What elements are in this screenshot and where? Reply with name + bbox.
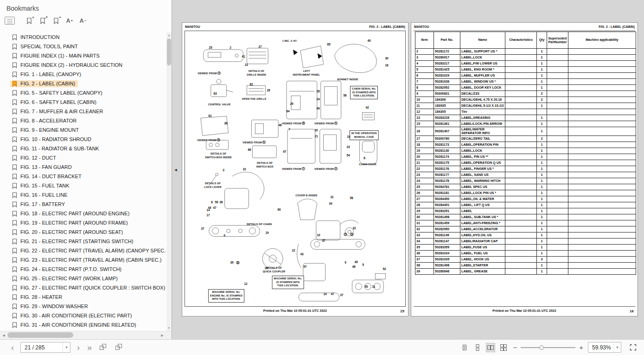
table-cell: 36 [415, 251, 434, 257]
chevron-down-icon[interactable]: ▾ [63, 342, 70, 352]
table-cell: 2 [537, 91, 547, 97]
chevron-down-icon[interactable]: ▾ [613, 342, 621, 352]
zoom-level-field[interactable]: 59.93% ▾ [588, 342, 621, 353]
table-row: 850282952LABEL, DOOR KEY LOCK1 [415, 85, 636, 91]
bookmark-item[interactable]: FIG. 23 - ELECTRIC PART (TRAVEL ALARM) (… [0, 255, 166, 265]
previous-page-button[interactable]: ‹ [7, 342, 18, 353]
zoom-level-value[interactable]: 59.93% [588, 344, 613, 351]
facing-view-icon[interactable] [486, 343, 495, 352]
bookmarks-horizontal-scrollbar[interactable]: ◀ ▶ [0, 331, 172, 339]
last-page-button[interactable]: » [83, 342, 96, 353]
font-increase-icon[interactable]: A+ [65, 16, 74, 26]
table-cell [505, 178, 537, 184]
bookmark-item[interactable]: INTRODUCTION [0, 32, 166, 42]
table-cell [568, 269, 636, 275]
bookmark-item[interactable]: FIG. 15 - FUEL TANK [0, 181, 166, 190]
duplicate-view-icon[interactable] [115, 344, 123, 351]
bookmark-item[interactable]: FIG. 18 - ELECTRIC PART (AROUND ENGINE) [0, 209, 166, 218]
table-cell: 184306 [434, 97, 460, 103]
bookmark-item[interactable]: FIG. 11 - RADIATOR & SUB-TANK [0, 144, 166, 153]
page-number-value[interactable]: 21 / 285 [21, 344, 63, 351]
table-row: 10184306DECAL/GEHL 4.75 X 20.162 [415, 97, 636, 103]
bookmark-label: FIG. 23 - ELECTRIC PART (TRAVEL ALARM) (… [20, 257, 161, 263]
bookmark-item[interactable]: FIG. 2 - LABEL (CABIN) [0, 79, 166, 88]
part-number-label: 62 [249, 83, 253, 86]
table-cell: 50283251 [434, 208, 460, 214]
add-bookmark-icon[interactable]: + [51, 16, 61, 26]
horizontal-scrollbar-thumb[interactable] [7, 332, 73, 338]
zoom-in-button[interactable]: + [576, 343, 586, 351]
scroll-up-icon[interactable]: ▲ [166, 32, 172, 38]
bookmark-item[interactable]: FIG. 22 - ELECTRIC PART (TRAVEL ALARM) (… [0, 246, 166, 255]
table-cell: 27 [415, 196, 434, 202]
table-cell: LABEL,OPERATION PIN [460, 142, 505, 148]
table-cell [505, 121, 537, 127]
bookmark-item[interactable]: FIG. 7 - MUFFLER & AIR CLEANER [0, 107, 166, 116]
table-cell: 50281425 [434, 67, 460, 73]
delete-bookmark-icon[interactable]: × [25, 16, 34, 26]
bookmark-item[interactable]: FIGURE INDEX (2) - HYDRAULIC SECTION [0, 60, 166, 70]
bookmark-item[interactable]: FIG. 6 - SAFETY LABEL (CABIN) [0, 97, 166, 107]
fullscreen-icon[interactable] [630, 344, 637, 351]
font-decrease-icon[interactable]: A− [78, 16, 88, 26]
table-cell: 50281029 [434, 73, 460, 79]
bookmark-item[interactable]: FIG. 5 - SAFETY LABEL (CANOPY) [0, 88, 166, 97]
bookmark-item[interactable]: FIG. 27 - ELECTRIC PART (QUICK COUPLER :… [0, 283, 166, 292]
bookmark-item[interactable]: FIG. 24 - ELECTRIC PART (P.T.O. SWITCH) [0, 265, 166, 274]
zoom-slider-track[interactable] [521, 347, 575, 348]
table-row: 2350281177LABEL, SAND US1 [415, 172, 636, 178]
bookmark-item[interactable]: FIG. 13 - FAN GUARD [0, 162, 166, 172]
bookmark-item[interactable]: FIG. 29 - WINDOW WASHER [0, 302, 166, 311]
bookmark-item[interactable]: FIG. 16 - FUEL LINE [0, 190, 166, 200]
bookmark-item[interactable]: FIG. 12 - DUCT [0, 153, 166, 162]
single-page-view-icon[interactable] [460, 343, 469, 352]
next-page-button[interactable]: › [73, 342, 83, 353]
bookmark-item[interactable]: FIG. 28 - HEATER [0, 292, 166, 302]
part-number-label: 56 [343, 94, 346, 97]
bookmark-item[interactable]: FIG. 10 - RADIATOR SHROUD [0, 135, 166, 144]
scroll-down-icon[interactable]: ▼ [166, 325, 172, 331]
bottom-toolbar: ‹ 21 / 285 ▾ › » − [0, 339, 644, 355]
page-number-field[interactable]: 21 / 285 ▾ [20, 342, 70, 353]
bookmarks-vertical-scrollbar[interactable]: ▲ ▼ [166, 32, 172, 331]
bookmark-label: FIG. 11 - RADIATOR & SUB-TANK [20, 146, 99, 151]
table-cell: LABEL, SAND US [460, 172, 505, 178]
bookmark-item[interactable]: FIG. 17 - BATTERY [0, 200, 166, 209]
part-number-label: G [351, 233, 354, 236]
bookmark-item[interactable]: FIG. 9 - ENGINE MOUNT [0, 125, 166, 135]
bookmark-item[interactable]: FIG. 20 - ELECTRIC PART (AROUND SEAT) [0, 227, 166, 237]
scroll-left-icon[interactable]: ◀ [0, 331, 7, 339]
continuous-view-icon[interactable] [473, 343, 482, 352]
bookmark-item[interactable]: FIG. 31 - AIR CONDITIONER (ENGINE RELATE… [0, 320, 166, 329]
collapse-sidebar-button[interactable]: ◄ [172, 164, 179, 175]
zoom-slider[interactable] [521, 343, 575, 352]
panel-menu-icon[interactable] [5, 17, 15, 25]
zoom-out-button[interactable]: − [510, 343, 520, 351]
bookmark-item[interactable]: FIG. 14 - DUCT BRACKET [0, 172, 166, 181]
goto-bookmark-icon[interactable]: ↗ [38, 16, 47, 26]
table-row: 1850281173LABEL,OPERATION PIN1 [415, 142, 636, 148]
bookmark-item[interactable]: FIG. 8 - ACCELERATOR [0, 116, 166, 125]
bookmark-item[interactable]: FIG. 21 - ELECTRIC PART (STARTING SWITCH… [0, 237, 166, 246]
table-cell: LABEL/RADIATOR CAP [460, 239, 505, 245]
table-cell: 184305 [434, 109, 460, 115]
vertical-scrollbar-thumb[interactable] [167, 39, 171, 65]
zoom-slider-handle[interactable] [539, 345, 544, 350]
table-row: 2550284781LABEL SPEC US1 [415, 184, 636, 190]
bookmark-item[interactable]: FIG. 30 - AIR CONDITIONER (ELECTRIC PART… [0, 311, 166, 320]
facing-continuous-view-icon[interactable] [499, 343, 508, 352]
part-number-label: 13 [244, 63, 248, 66]
bookmark-item[interactable]: FIG. 19 - ELECTRIC PART (AROUND FRAME) [0, 218, 166, 227]
snapshot-icon[interactable] [100, 344, 107, 351]
table-cell [568, 136, 636, 142]
scroll-right-icon[interactable]: ▶ [159, 331, 166, 339]
table-cell [568, 232, 636, 239]
bookmark-item[interactable]: FIGURE INDEX (1) - MAIN PARTS [0, 51, 166, 60]
bookmark-item[interactable]: FIG. 25 - ELECTRIC PART (WORK LAMP) [0, 274, 166, 283]
bookmark-item[interactable]: SPECIAL TOOLS, PAINT [0, 42, 166, 51]
bookmark-item[interactable]: FIG. 1 - LABEL (CANOPY) [0, 70, 166, 79]
table-cell: 11 [415, 103, 434, 109]
table-cell [505, 257, 537, 263]
bookmark-label: FIG. 14 - DUCT BRACKET [20, 174, 82, 179]
table-cell: LABEL,ANTI-FREEZING * [460, 220, 505, 226]
